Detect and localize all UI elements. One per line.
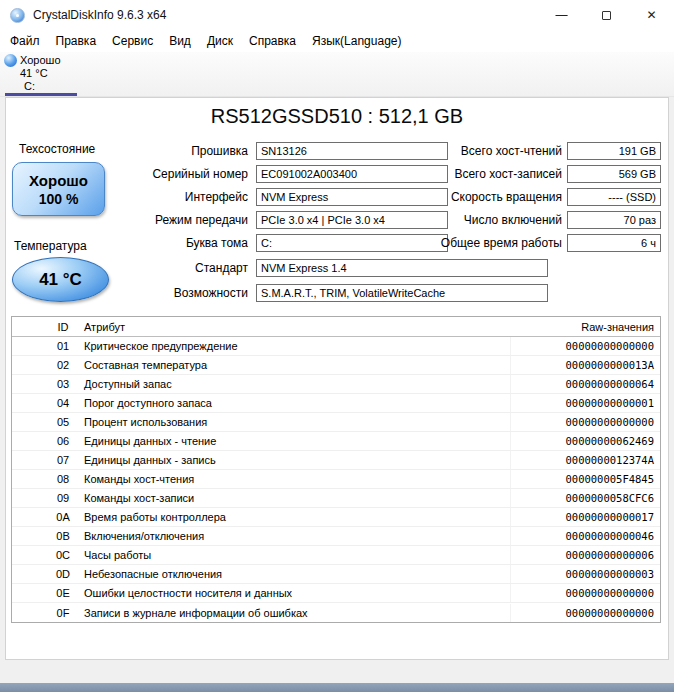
attribute-name: Время работы контроллера	[78, 511, 510, 523]
stat-value-power-on-count: 70 раз	[567, 211, 661, 229]
attribute-name: Небезопасные отключения	[78, 568, 510, 580]
attribute-id: 07	[48, 454, 78, 466]
attribute-name: Включения/отключения	[78, 530, 510, 542]
field-value-features: S.M.A.R.T., TRIM, VolatileWriteCache	[256, 284, 548, 302]
drive-tab-status: Хорошо	[20, 54, 61, 67]
health-status-button[interactable]: Хорошо 100 %	[12, 162, 105, 216]
menu-file[interactable]: Файл	[2, 31, 48, 51]
attribute-raw-value: 00000000000000	[510, 584, 660, 602]
maximize-button[interactable]	[584, 0, 629, 30]
table-row: 01Критическое предупреждение000000000000…	[12, 337, 660, 356]
attribute-id: 0C	[48, 549, 78, 561]
attribute-name: Команды хост-чтения	[78, 473, 510, 485]
table-row: 0AВремя работы контроллера00000000000017	[12, 508, 660, 527]
drive-tab-strip: Хорошо 41 °C C:	[0, 52, 674, 97]
table-row: 06Единицы данных - чтение00000000062469	[12, 432, 660, 451]
health-section-label: Техсостояние	[19, 142, 95, 156]
attribute-name: Доступный запас	[78, 378, 510, 390]
attribute-raw-value: 0000000012374A	[510, 451, 660, 469]
temperature-indicator[interactable]: 41 °C	[12, 257, 109, 302]
stat-label-host-reads: Всего хост-чтений	[402, 142, 562, 160]
menu-disk[interactable]: Диск	[199, 31, 241, 51]
attribute-raw-value: 0000000058CFC6	[510, 489, 660, 507]
stat-label-power-on-hours: Общее время работы	[402, 234, 562, 252]
stat-value-host-reads: 191 GB	[567, 142, 661, 160]
attribute-raw-value: 00000000000006	[510, 546, 660, 564]
attribute-id: 03	[48, 378, 78, 390]
attribute-name: Процент использования	[78, 416, 510, 428]
header-id: ID	[48, 321, 78, 333]
header-raw-values: Raw-значения	[510, 318, 660, 336]
field-label-serial: Серийный номер	[106, 165, 248, 183]
attribute-raw-value: 00000000000046	[510, 527, 660, 545]
attribute-id: 01	[48, 340, 78, 352]
menu-service[interactable]: Сервис	[104, 31, 161, 51]
minimize-button[interactable]: —	[539, 0, 584, 30]
attribute-name: Единицы данных - запись	[78, 454, 510, 466]
table-row: 04Порог доступного запаса00000000000001	[12, 394, 660, 413]
field-label-drive-letter: Буква тома	[106, 234, 248, 252]
smart-attributes-table: ID Атрибут Raw-значения 01Критическое пр…	[11, 316, 661, 623]
stat-label-power-on-count: Число включений	[402, 211, 562, 229]
window-controls: — ✕	[539, 0, 674, 30]
stat-label-rotation-rate: Скорость вращения	[402, 188, 562, 206]
attribute-name: Единицы данных - чтение	[78, 435, 510, 447]
drive-model-title: RS512GSSD510 : 512,1 GB	[6, 105, 668, 128]
attribute-raw-value: 00000000000064	[510, 375, 660, 393]
attribute-name: Часы работы	[78, 549, 510, 561]
crystaldiskinfo-window: CrystalDiskInfo 9.6.3 x64 — ✕ Файл Правк…	[0, 0, 674, 692]
table-row: 09Команды хост-записи0000000058CFC6	[12, 489, 660, 508]
menu-edit[interactable]: Правка	[48, 31, 105, 51]
stat-label-host-writes: Всего хост-записей	[402, 165, 562, 183]
stat-value-rotation-rate: ---- (SSD)	[567, 188, 661, 206]
attribute-id: 0E	[48, 587, 78, 599]
drive-tab-temperature: 41 °C	[20, 67, 84, 80]
attribute-raw-value: 00000000000000	[510, 337, 660, 355]
table-row: 0FЗаписи в журнале информации об ошибках…	[12, 603, 660, 622]
health-status-text: Хорошо	[13, 172, 104, 189]
attribute-name: Записи в журнале информации об ошибках	[78, 607, 510, 619]
attribute-id: 0A	[48, 511, 78, 523]
table-row: 03Доступный запас00000000000064	[12, 375, 660, 394]
attribute-id: 0D	[48, 568, 78, 580]
header-attribute: Атрибут	[78, 321, 510, 333]
attribute-name: Ошибки целостности носителя и данных	[78, 587, 510, 599]
attribute-raw-value: 000000005F4845	[510, 470, 660, 488]
menu-language[interactable]: Язык(Language)	[304, 31, 409, 51]
attribute-raw-value: 00000000000001	[510, 394, 660, 412]
menu-help[interactable]: Справка	[241, 31, 304, 51]
main-panel: RS512GSSD510 : 512,1 GB Техсостояние Хор…	[5, 97, 669, 660]
temperature-section-label: Температура	[14, 239, 87, 253]
title-bar: CrystalDiskInfo 9.6.3 x64 — ✕	[0, 0, 674, 30]
window-title: CrystalDiskInfo 9.6.3 x64	[33, 8, 166, 22]
close-button[interactable]: ✕	[629, 0, 674, 30]
attribute-name: Порог доступного запаса	[78, 397, 510, 409]
attribute-raw-value: 00000000062469	[510, 432, 660, 450]
menu-view[interactable]: Вид	[161, 31, 199, 51]
selected-tab-underline	[5, 93, 77, 96]
attribute-id: 06	[48, 435, 78, 447]
table-row: 07Единицы данных - запись0000000012374A	[12, 451, 660, 470]
attribute-id: 0F	[48, 607, 78, 619]
attribute-name: Команды хост-записи	[78, 492, 510, 504]
attribute-id: 02	[48, 359, 78, 371]
field-label-firmware: Прошивка	[106, 142, 248, 160]
attribute-name: Критическое предупреждение	[78, 340, 510, 352]
attribute-id: 04	[48, 397, 78, 409]
table-row: 02Составная температура0000000000013A	[12, 356, 660, 375]
menu-bar: Файл Правка Сервис Вид Диск Справка Язык…	[0, 30, 674, 52]
window-bottom-edge	[0, 683, 674, 692]
table-row: 05Процент использования00000000000000	[12, 413, 660, 432]
attribute-raw-value: 00000000000000	[510, 604, 660, 622]
maximize-icon	[602, 11, 611, 20]
attribute-raw-value: 00000000000000	[510, 413, 660, 431]
health-percent-text: 100 %	[13, 191, 104, 207]
drive-tab-c[interactable]: Хорошо 41 °C C:	[2, 54, 84, 97]
smart-table-body: 01Критическое предупреждение000000000000…	[12, 337, 660, 622]
attribute-id: 05	[48, 416, 78, 428]
drive-tab-letter: C:	[24, 80, 84, 93]
app-icon	[10, 8, 25, 23]
stat-value-host-writes: 569 GB	[567, 165, 661, 183]
attribute-name: Составная температура	[78, 359, 510, 371]
attribute-id: 0B	[48, 530, 78, 542]
